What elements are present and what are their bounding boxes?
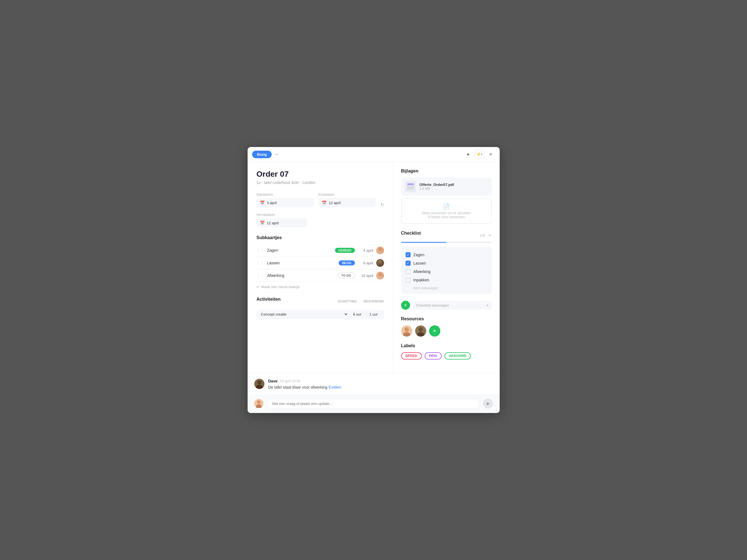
- vervaldatum-section: Vervaldatum 📅 12 april: [257, 213, 384, 228]
- label-akkoord[interactable]: AKKOORD: [444, 352, 471, 359]
- checkbox-lassen[interactable]: [406, 261, 411, 266]
- checkbox-zagen[interactable]: [406, 252, 411, 257]
- checklist-arrow[interactable]: →: [487, 233, 492, 238]
- upload-zone[interactable]: 📄 Sleep bestanden om te uploaden of blad…: [401, 198, 492, 224]
- file-icon-lines: [407, 184, 414, 190]
- file-icon: [405, 181, 416, 192]
- chat-input[interactable]: [267, 399, 480, 408]
- svg-point-10: [418, 327, 423, 332]
- subkaartjes-section: Subkaartjes ⋮⋮ Zagen GEREED 4 april ⋮⋮: [257, 235, 384, 289]
- subcard-name: Lassen: [267, 261, 336, 265]
- checklist-item-label: Zagen: [413, 252, 424, 257]
- avatar: [376, 259, 384, 267]
- status-badge[interactable]: TO DO: [338, 273, 355, 278]
- table-row: ⋮⋮ Afwerking TO DO 10 april: [257, 269, 384, 282]
- chat-author-avatar: [254, 379, 264, 389]
- drag-handle[interactable]: ⋮⋮: [257, 261, 264, 265]
- attachment-size: 1.8 MB: [419, 187, 454, 191]
- vervaldatum-value: 12 april: [267, 221, 279, 225]
- chat-author-name: Dave: [268, 379, 278, 383]
- checkbox-afwerking[interactable]: [406, 269, 411, 274]
- close-button[interactable]: ✕: [486, 150, 495, 159]
- svg-point-13: [257, 380, 261, 384]
- list-item: Afwerking: [406, 267, 487, 276]
- add-resource-button[interactable]: +: [429, 325, 440, 337]
- einddatum-label: Einddatum: [318, 193, 376, 196]
- einddatum-input[interactable]: 📅 12 april: [318, 198, 376, 207]
- subcard-name: Zagen: [267, 248, 332, 252]
- chat-message-before: De tafel staat klaar voor afwerking: [268, 385, 329, 390]
- line-gray-3: [407, 189, 414, 190]
- table-row: ⋮⋮ Zagen GEREED 4 april: [257, 244, 384, 257]
- send-button[interactable]: ➤: [483, 398, 493, 408]
- new-card-label: Maak een nieuw kaartje: [261, 285, 300, 289]
- checklist-item-label: Inpakken: [413, 278, 429, 282]
- topbar-right: ★ ⚡ ▾ ✕: [464, 150, 495, 159]
- label-spoed[interactable]: SPOED: [401, 352, 422, 359]
- checklist-dropdown-icon: ▾: [487, 303, 488, 308]
- startdatum-input[interactable]: 📅 3 april: [257, 198, 314, 207]
- avatar-person: [376, 246, 384, 254]
- add-checklist-row: + Checklist toevoegen ▾: [401, 301, 492, 310]
- line-gray: [407, 185, 414, 186]
- resources-row: +: [401, 325, 492, 337]
- checklist-title: Checklist: [401, 231, 421, 236]
- chat-mention[interactable]: Evelien: [329, 385, 341, 390]
- chat-input-avatar-person: [254, 399, 263, 408]
- labels-section: Labels SPOED PRIO AKKOORD: [401, 343, 492, 359]
- order-subtitle: 1x - tafel cederhout 3mtr - London: [257, 180, 384, 185]
- resource-avatar-2[interactable]: [415, 325, 426, 337]
- bijlagen-section: Bijlagen Offerte_Order07.pdf 1.8 MB: [401, 168, 492, 224]
- checklist-section: Checklist 2/4 → Zagen La: [401, 231, 492, 294]
- status-button[interactable]: Bezig: [252, 151, 272, 158]
- add-item-link[interactable]: Item toevoegen: [406, 284, 487, 290]
- activiteiten-title: Activiteiten: [257, 297, 281, 302]
- dropdown-icon: ▾: [481, 153, 483, 156]
- chat-text: De tafel staat klaar voor afwerking Evel…: [268, 384, 341, 390]
- upload-text: Sleep bestanden om te uploaden: [406, 211, 487, 215]
- svg-point-16: [257, 400, 260, 404]
- vervaldatum-label: Vervaldatum: [257, 213, 384, 217]
- chat-body: Dave 10 april 10:59 De tafel staat klaar…: [268, 379, 341, 390]
- lightning-button[interactable]: ⚡ ▾: [475, 150, 484, 159]
- forward-arrow-button[interactable]: →: [274, 152, 278, 157]
- activiteiten-section: Activiteiten SCHATTING RESTEREND Concept…: [257, 297, 384, 319]
- vervaldatum-input[interactable]: 📅 12 april: [257, 218, 307, 228]
- drag-handle[interactable]: ⋮⋮: [257, 248, 264, 252]
- svg-point-2: [379, 260, 382, 264]
- status-badge[interactable]: BEZIG: [339, 260, 355, 265]
- attachment-info: Offerte_Order07.pdf 1.8 MB: [419, 183, 454, 191]
- avatar: [376, 272, 384, 279]
- calendar-icon: 📅: [260, 201, 265, 205]
- upload-icon: 📄: [406, 203, 487, 210]
- attachment-item[interactable]: Offerte_Order07.pdf 1.8 MB: [401, 178, 492, 195]
- activity-row: Concept creatie 6 uur 1 uur: [257, 310, 384, 319]
- resource-person-1: [401, 325, 412, 337]
- chat-section: Dave 10 april 10:59 De tafel staat klaar…: [248, 373, 500, 413]
- activity-select[interactable]: Concept creatie: [260, 312, 348, 317]
- subcard-date: 4 april: [358, 248, 374, 252]
- drag-handle[interactable]: ⋮⋮: [257, 273, 264, 278]
- chat-message: Dave 10 april 10:59 De tafel staat klaar…: [248, 373, 500, 395]
- subcard-name: Afwerking: [267, 273, 335, 278]
- activity-resterend: 1 uur: [367, 312, 381, 316]
- label-prio[interactable]: PRIO: [424, 352, 442, 359]
- add-checklist-button[interactable]: +: [401, 301, 410, 310]
- list-item: Zagen: [406, 250, 487, 259]
- star-button[interactable]: ★: [464, 150, 473, 159]
- resource-avatar-1[interactable]: [401, 325, 412, 337]
- chat-meta: Dave 10 april 10:59: [268, 379, 341, 383]
- status-badge[interactable]: GEREED: [335, 248, 355, 253]
- order-title: Order 07: [257, 170, 384, 179]
- checklist-input[interactable]: Checklist toevoegen ▾: [413, 301, 492, 310]
- line-purple: [407, 184, 414, 185]
- list-item: Inpakken: [406, 276, 487, 284]
- list-item: Lassen: [406, 259, 487, 267]
- einddatum-value: 12 april: [329, 201, 341, 205]
- schatting-label: SCHATTING: [338, 300, 357, 303]
- sync-icon[interactable]: ↻: [380, 202, 384, 207]
- table-row: ⋮⋮ Lassen BEZIG 8 april: [257, 257, 384, 269]
- checkbox-inpakken[interactable]: [406, 277, 411, 283]
- new-card-link[interactable]: ↵ Maak een nieuw kaartje: [257, 285, 384, 289]
- activiteiten-labels: SCHATTING RESTEREND: [338, 300, 384, 303]
